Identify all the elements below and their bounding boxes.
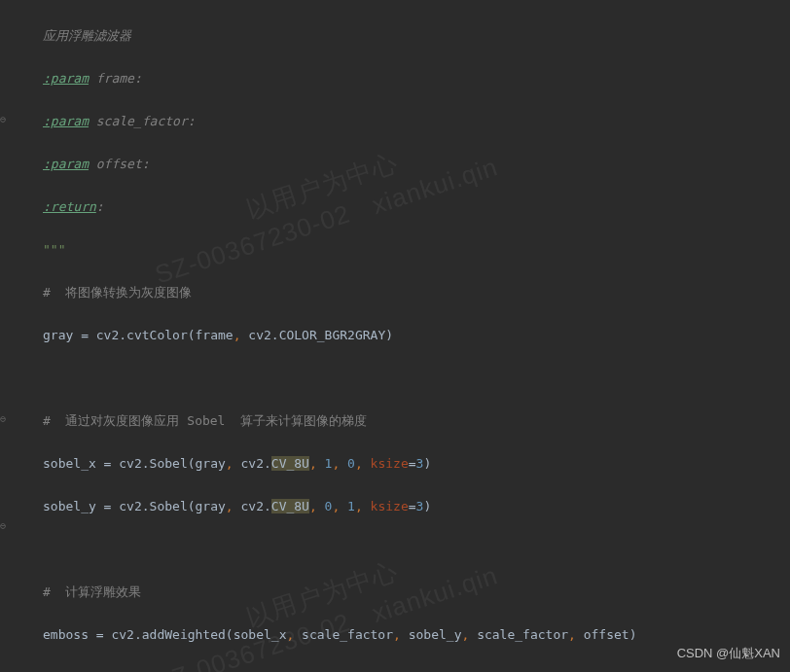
gutter: ⊖ ⊖ ⊖ [0,0,12,672]
ident-warn: CV_8U [271,499,309,513]
number: 0 [347,456,355,471]
comma: , [393,627,401,642]
kwarg: ksize [371,456,409,471]
fold-mark[interactable]: ⊖ [0,521,10,531]
comma: , [226,456,233,471]
code-text: gray = cv2.cvtColor(frame [43,328,233,342]
csdn-attribution: CSDN @仙魁XAN [677,643,780,664]
doc-param: frame: [96,71,142,86]
code-text: sobel_y = cv2.Sobel(gray [43,499,226,513]
comment: Sobel [187,413,225,428]
comma: , [233,328,241,342]
code-text: offset) [576,627,637,642]
number: 1 [347,499,355,513]
kwarg: ksize [371,499,409,513]
comma: , [355,499,363,513]
comma: , [309,456,317,471]
triple-quote: """ [43,242,65,257]
comma: , [568,627,576,642]
docstring-line: 应用浮雕滤波器 [43,28,131,43]
code-text: emboss = cv2.addWeighted(sobel_x [43,627,286,642]
code-text: cv2. [233,456,271,471]
comment: # 通过对灰度图像应用 [43,413,187,428]
comment: # 将图像转换为灰度图像 [43,285,192,300]
code-text: sobel_y [401,627,462,642]
doc-param: offset: [96,157,150,171]
comma: , [309,499,317,513]
code-text: sobel_x = cv2.Sobel(gray [43,456,226,471]
comment: 算子来计算图像的梯度 [225,413,367,428]
code-text: cv2. [233,499,271,513]
doctag-param: :param [43,157,89,171]
comma: , [332,456,340,471]
fold-mark[interactable]: ⊖ [0,115,10,124]
doc-param: scale_factor: [96,114,196,128]
code-area[interactable]: 应用浮雕滤波器 :param frame: :param scale_facto… [12,0,790,672]
comma: , [355,456,363,471]
doctag-param: :param [43,71,89,86]
comma: , [226,499,233,513]
code-text: scale_factor [294,627,393,642]
code-text: scale_factor [469,627,568,642]
ident-warn: CV_8U [271,456,309,471]
doctag-return: :return [43,199,96,214]
code-text: cv2.COLOR_BGR2GRAY) [241,328,394,342]
comma: , [332,499,340,513]
fold-mark[interactable]: ⊖ [0,414,10,424]
doctag-param: :param [43,114,89,128]
comment: # 计算浮雕效果 [43,584,141,599]
doc-return: : [96,199,104,214]
